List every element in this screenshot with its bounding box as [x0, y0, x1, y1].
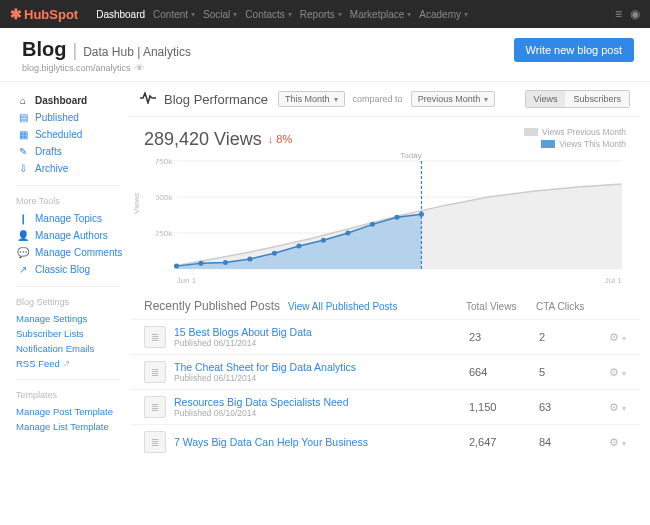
document-icon: ≣	[144, 431, 166, 453]
topnav-content[interactable]: Content▾	[153, 9, 195, 20]
post-title-link[interactable]: Resources Big Data Specialists Need	[174, 396, 469, 408]
post-views: 23	[469, 331, 539, 343]
chart: Views Today 250k500k750kJun 1Jul 1	[130, 151, 640, 289]
post-title-link[interactable]: 7 Ways Big Data Can Help Your Business	[174, 436, 469, 448]
chevron-down-icon: ▾	[622, 369, 626, 378]
svg-text:500k: 500k	[156, 193, 173, 202]
svg-point-15	[370, 222, 375, 227]
chevron-down-icon: ▾	[334, 95, 338, 104]
document-icon: ≣	[144, 361, 166, 383]
user-icon: 👤	[16, 230, 30, 241]
panel-header: Blog Performance This Month▾ compared to…	[130, 82, 640, 117]
logo[interactable]: ✱ HubSpot	[10, 6, 78, 22]
page-header: Blog | Data Hub | Analytics blog.biglyti…	[0, 28, 650, 82]
write-blog-post-button[interactable]: Write new blog post	[514, 38, 634, 62]
today-marker-label: Today	[400, 151, 421, 160]
metric-segment: ViewsSubscribers	[525, 90, 630, 108]
post-actions[interactable]: ⚙ ▾	[609, 401, 626, 414]
post-title-link[interactable]: The Cheat Sheet for Big Data Analytics	[174, 361, 469, 373]
sidebar: ⌂Dashboard▤Published▦Scheduled✎Drafts⇩Ar…	[0, 82, 130, 525]
sidebar-item-drafts[interactable]: ✎Drafts	[16, 143, 130, 160]
sidebar-link-classic-blog[interactable]: ↗Classic Blog	[16, 261, 130, 278]
sidebar-item-archive[interactable]: ⇩Archive	[16, 160, 130, 177]
post-cta-clicks: 5	[539, 366, 609, 378]
segment-views[interactable]: Views	[526, 91, 566, 107]
topnav-academy[interactable]: Academy▾	[419, 9, 468, 20]
post-title-link[interactable]: 15 Best Blogs About Big Data	[174, 326, 469, 338]
post-cta-clicks: 63	[539, 401, 609, 413]
down-arrow-icon: ↓	[268, 133, 274, 145]
chevron-down-icon: ▾	[484, 95, 488, 104]
sidebar-link-manage-settings[interactable]: Manage Settings	[16, 311, 130, 326]
sidebar-item-published[interactable]: ▤Published	[16, 109, 130, 126]
sidebar-link-manage-topics[interactable]: ❙Manage Topics	[16, 210, 130, 227]
user-avatar-icon[interactable]: ◉	[630, 7, 640, 21]
compare-range-select[interactable]: Previous Month▾	[411, 91, 496, 107]
tag-icon: ❙	[16, 213, 30, 224]
post-row: ≣15 Best Blogs About Big DataPublished 0…	[130, 319, 640, 354]
post-actions[interactable]: ⚙ ▾	[609, 331, 626, 344]
comment-icon: 💬	[16, 247, 30, 258]
pencil-icon: ✎	[16, 146, 30, 157]
post-date: Published 06/10/2014	[174, 408, 469, 418]
post-actions[interactable]: ⚙ ▾	[609, 366, 626, 379]
document-icon: ≣	[144, 396, 166, 418]
segment-subscribers[interactable]: Subscribers	[565, 91, 629, 107]
svg-point-9	[223, 260, 228, 265]
sidebar-item-dashboard[interactable]: ⌂Dashboard	[16, 92, 130, 109]
post-date: Published 06/11/2014	[174, 338, 469, 348]
chevron-down-icon: ▾	[191, 10, 195, 19]
chevron-down-icon: ▾	[622, 439, 626, 448]
sidebar-link-manage-post-template[interactable]: Manage Post Template	[16, 404, 130, 419]
eye-icon[interactable]: 👁	[135, 63, 144, 73]
sidebar-link-manage-authors[interactable]: 👤Manage Authors	[16, 227, 130, 244]
sidebar-link-notification-emails[interactable]: Notification Emails	[16, 341, 130, 356]
svg-point-8	[198, 261, 203, 266]
post-row: ≣Resources Big Data Specialists NeedPubl…	[130, 389, 640, 424]
svg-point-7	[174, 264, 179, 269]
sidebar-group-label: More Tools	[16, 196, 130, 206]
sidebar-group-label: Templates	[16, 390, 130, 400]
chart-legend: Views Previous Month Views This Month	[524, 127, 626, 151]
chevron-down-icon: ▾	[407, 10, 411, 19]
svg-point-10	[247, 256, 252, 261]
topnav-contacts[interactable]: Contacts▾	[245, 9, 291, 20]
svg-point-16	[394, 215, 399, 220]
calendar-icon: ▦	[16, 129, 30, 140]
document-icon: ≣	[144, 326, 166, 348]
topnav-reports[interactable]: Reports▾	[300, 9, 342, 20]
post-date: Published 06/11/2014	[174, 373, 469, 383]
posts-header: Recently Published Posts View All Publis…	[130, 289, 640, 319]
post-actions[interactable]: ⚙ ▾	[609, 436, 626, 449]
topnav-marketplace[interactable]: Marketplace▾	[350, 9, 411, 20]
metric-delta: ↓ 8%	[268, 133, 292, 145]
menu-icon[interactable]: ≡	[615, 7, 622, 21]
sidebar-item-scheduled[interactable]: ▦Scheduled	[16, 126, 130, 143]
post-views: 1,150	[469, 401, 539, 413]
link-icon: ↗	[16, 264, 30, 275]
sidebar-link-manage-list-template[interactable]: Manage List Template	[16, 419, 130, 434]
sidebar-link-manage-comments[interactable]: 💬Manage Comments	[16, 244, 130, 261]
topnav-social[interactable]: Social▾	[203, 9, 237, 20]
topnav-dashboard[interactable]: Dashboard	[96, 9, 145, 20]
sidebar-link-subscriber-lists[interactable]: Subscriber Lists	[16, 326, 130, 341]
metric-value: 289,420 Views	[144, 129, 262, 150]
svg-point-14	[345, 231, 350, 236]
sidebar-link-rss-feed[interactable]: RSS Feed ↗	[16, 356, 130, 371]
chevron-down-icon: ▾	[288, 10, 292, 19]
sidebar-group-label: Blog Settings	[16, 297, 130, 307]
post-row: ≣The Cheat Sheet for Big Data AnalyticsP…	[130, 354, 640, 389]
chevron-down-icon: ▾	[233, 10, 237, 19]
svg-point-12	[296, 243, 301, 248]
view-all-posts-link[interactable]: View All Published Posts	[288, 301, 397, 312]
chevron-down-icon: ▾	[622, 334, 626, 343]
svg-text:250k: 250k	[156, 229, 173, 238]
topnav: DashboardContent▾Social▾Contacts▾Reports…	[92, 9, 472, 20]
page-title: Blog	[22, 38, 66, 61]
main-panel: Blog Performance This Month▾ compared to…	[130, 82, 650, 525]
svg-point-13	[321, 238, 326, 243]
date-range-select[interactable]: This Month▾	[278, 91, 345, 107]
breadcrumb: Data Hub | Analytics	[83, 45, 191, 59]
logo-text: HubSpot	[24, 7, 78, 22]
panel-title: Blog Performance	[164, 92, 268, 107]
